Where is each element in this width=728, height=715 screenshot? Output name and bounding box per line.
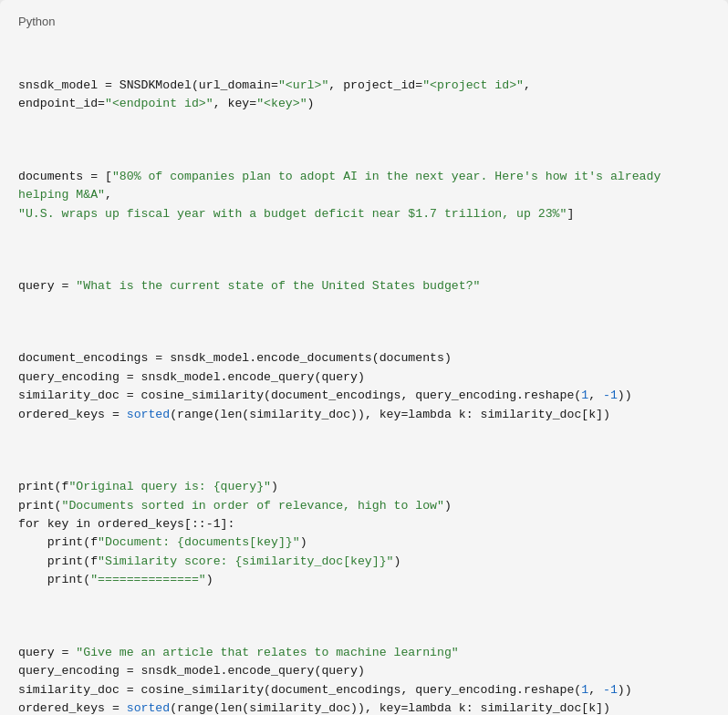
section-query1: query = "What is the current state of th… <box>18 277 710 295</box>
code-line: print(f"Original query is: {query}") <box>18 480 278 493</box>
code-line: "U.S. wraps up fiscal year with a budget… <box>18 207 574 221</box>
code-line: helping M&A", <box>18 188 112 202</box>
section-documents: documents = ["80% of companies plan to a… <box>18 168 710 223</box>
code-container: Python snsdk_model = SNSDKModel(url_doma… <box>0 0 728 715</box>
code-line: endpoint_id="<endpoint id>", key="<key>"… <box>18 97 315 110</box>
code-line: ordered_keys = sorted(range(len(similari… <box>18 701 610 715</box>
section-query2: query = "Give me an article that relates… <box>18 644 710 715</box>
code-line: print(f"Document: {documents[key]}") <box>18 535 307 549</box>
section-model: snsdk_model = SNSDKModel(url_domain="<ur… <box>18 77 710 114</box>
code-line: query = "What is the current state of th… <box>18 279 481 293</box>
code-line: print("==============") <box>18 573 213 586</box>
code-line: snsdk_model = SNSDKModel(url_domain="<ur… <box>18 78 531 92</box>
code-line: documents = ["80% of companies plan to a… <box>18 170 660 183</box>
code-line: print(f"Similarity score: {similarity_do… <box>18 554 400 568</box>
code-line: query_encoding = snsdk_model.encode_quer… <box>18 370 365 384</box>
language-label: Python <box>18 15 710 28</box>
code-line: query = "Give me an article that relates… <box>18 646 459 659</box>
code-block: snsdk_model = SNSDKModel(url_domain="<ur… <box>18 39 710 715</box>
section-print1: print(f"Original query is: {query}") pri… <box>18 478 710 590</box>
code-line: print("Documents sorted in order of rele… <box>18 499 452 513</box>
code-line: query_encoding = snsdk_model.encode_quer… <box>18 664 365 678</box>
code-line: similarity_doc = cosine_similarity(docum… <box>18 683 632 697</box>
section-similarity1: document_encodings = snsdk_model.encode_… <box>18 349 710 424</box>
code-line: similarity_doc = cosine_similarity(docum… <box>18 389 632 402</box>
code-line: for key in ordered_keys[::-1]: <box>18 517 234 531</box>
code-line: ordered_keys = sorted(range(len(similari… <box>18 408 610 421</box>
code-line: document_encodings = snsdk_model.encode_… <box>18 351 452 365</box>
